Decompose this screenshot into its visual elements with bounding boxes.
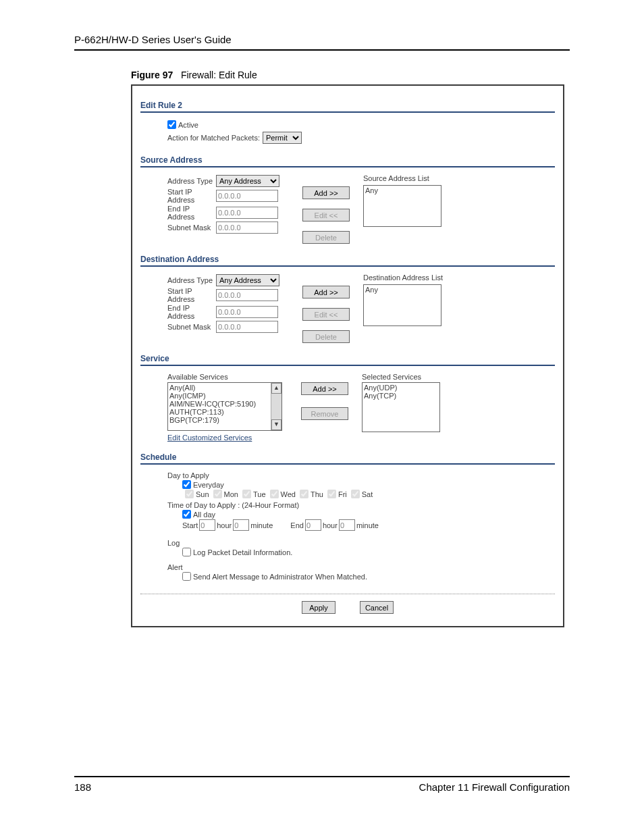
day-mon-checkbox[interactable]	[213, 490, 222, 498]
hour-label: hour	[323, 521, 338, 529]
figure-caption: Figure 97 Firewall: Edit Rule	[131, 70, 570, 80]
start-minute-input[interactable]	[233, 519, 249, 531]
list-item[interactable]: AIM/NEW-ICQ(TCP:5190)	[169, 400, 269, 408]
section-destination-address: Destination Address	[140, 249, 555, 267]
day-to-apply-label: Day to Apply	[167, 471, 555, 479]
figure-frame: Edit Rule 2 Active Action for Matched Pa…	[131, 84, 564, 627]
figure-title: Firewall: Edit Rule	[181, 70, 257, 80]
available-services-list[interactable]: Any(All) Any(ICMP) AIM/NEW-ICQ(TCP:5190)…	[167, 382, 282, 431]
dst-list-title: Destination Address List	[363, 273, 555, 282]
day-sat-checkbox[interactable]	[351, 490, 360, 498]
log-label: Log	[167, 539, 555, 547]
section-service: Service	[140, 348, 555, 366]
day-fri-checkbox[interactable]	[327, 490, 336, 498]
src-edit-button[interactable]: Edit <<	[302, 209, 350, 221]
time-to-apply-label: Time of Day to Apply : (24-Hour Format)	[167, 501, 555, 509]
svc-remove-button[interactable]: Remove	[301, 407, 348, 420]
src-subnet-input[interactable]	[216, 221, 278, 234]
dst-edit-button[interactable]: Edit <<	[302, 308, 350, 321]
dst-start-ip-label: Start IP Address	[167, 287, 216, 303]
section-source-address: Source Address	[140, 150, 555, 167]
cancel-button[interactable]: Cancel	[360, 601, 394, 614]
src-start-ip-label: Start IP Address	[167, 188, 216, 204]
edit-customized-services-link[interactable]: Edit Customized Services	[167, 434, 252, 442]
src-addr-type-label: Address Type	[167, 177, 216, 185]
chapter-label: Chapter 11 Firewall Configuration	[419, 781, 570, 793]
day-label: Wed	[281, 490, 296, 498]
dst-add-button[interactable]: Add >>	[302, 286, 350, 298]
dst-end-ip-label: End IP Address	[167, 304, 216, 320]
everyday-checkbox[interactable]	[182, 480, 191, 489]
dst-addr-type-select[interactable]: Any Address	[216, 274, 279, 286]
src-end-ip-input[interactable]	[216, 207, 278, 219]
list-item[interactable]: Any(UDP)	[364, 384, 438, 392]
active-label: Active	[178, 121, 198, 129]
list-item[interactable]: Any(TCP)	[364, 392, 438, 400]
list-item[interactable]: Any(All)	[169, 384, 269, 392]
src-addr-type-select[interactable]: Any Address	[216, 175, 279, 187]
day-label: Sun	[196, 490, 209, 498]
dst-subnet-input[interactable]	[216, 321, 278, 333]
doc-header: P-662H/HW-D Series User's Guide	[74, 34, 570, 51]
log-detail-label: Log Packet Detail Information.	[193, 548, 292, 556]
dst-subnet-label: Subnet Mask	[167, 323, 216, 331]
active-checkbox[interactable]	[167, 120, 176, 129]
end-minute-input[interactable]	[339, 519, 355, 531]
hour-label: hour	[217, 521, 232, 529]
day-label: Mon	[224, 490, 238, 498]
dst-delete-button[interactable]: Delete	[302, 330, 350, 343]
page-number: 188	[74, 781, 91, 793]
day-tue-checkbox[interactable]	[242, 490, 251, 498]
day-label: Tue	[253, 490, 266, 498]
alert-detail-checkbox[interactable]	[182, 572, 191, 581]
action-select[interactable]: Permit	[263, 132, 302, 144]
src-delete-button[interactable]: Delete	[302, 231, 350, 244]
section-schedule: Schedule	[140, 447, 555, 465]
src-subnet-label: Subnet Mask	[167, 224, 216, 232]
log-detail-checkbox[interactable]	[182, 548, 191, 556]
dst-end-ip-input[interactable]	[216, 306, 278, 318]
alert-detail-label: Send Alert Message to Administrator When…	[193, 573, 367, 581]
dst-addr-type-label: Address Type	[167, 276, 216, 284]
list-item[interactable]: Any(ICMP)	[169, 392, 269, 400]
scrollbar[interactable]: ▲ ▼	[271, 383, 281, 430]
end-label: End	[290, 521, 304, 529]
selected-services-list[interactable]: Any(UDP) Any(TCP)	[362, 382, 440, 432]
section-edit-rule: Edit Rule 2	[140, 95, 555, 113]
dst-address-list[interactable]: Any	[363, 284, 441, 326]
day-wed-checkbox[interactable]	[270, 490, 279, 498]
list-item[interactable]: AUTH(TCP:113)	[169, 408, 269, 416]
allday-checkbox[interactable]	[182, 510, 191, 519]
start-hour-input[interactable]	[199, 519, 215, 531]
list-item[interactable]: Any	[365, 286, 439, 294]
everyday-label: Everyday	[193, 481, 224, 489]
svc-sel-title: Selected Services	[362, 373, 555, 381]
src-list-title: Source Address List	[363, 174, 555, 182]
scroll-up-icon[interactable]: ▲	[271, 383, 281, 394]
day-label: Thu	[311, 490, 323, 498]
day-label: Fri	[338, 490, 347, 498]
day-label: Sat	[362, 490, 373, 498]
svc-avail-title: Available Services	[167, 373, 288, 381]
apply-button[interactable]: Apply	[302, 601, 336, 614]
start-label: Start	[182, 521, 198, 529]
svc-add-button[interactable]: Add >>	[301, 382, 348, 395]
allday-label: All day	[193, 511, 215, 519]
day-thu-checkbox[interactable]	[300, 490, 308, 498]
scroll-down-icon[interactable]: ▼	[271, 419, 281, 430]
list-item[interactable]: BGP(TCP:179)	[169, 416, 269, 424]
minute-label: minute	[356, 521, 379, 529]
alert-label: Alert	[167, 563, 555, 571]
list-item[interactable]: Any	[365, 186, 439, 194]
src-add-button[interactable]: Add >>	[302, 186, 350, 199]
figure-number: Figure 97	[131, 70, 173, 80]
src-end-ip-label: End IP Address	[167, 205, 216, 221]
dst-start-ip-input[interactable]	[216, 289, 278, 301]
day-sun-checkbox[interactable]	[185, 490, 194, 498]
end-hour-input[interactable]	[305, 519, 321, 531]
src-start-ip-input[interactable]	[216, 190, 278, 202]
action-label: Action for Matched Packets:	[167, 134, 260, 142]
src-address-list[interactable]: Any	[363, 185, 441, 227]
minute-label: minute	[250, 521, 273, 529]
